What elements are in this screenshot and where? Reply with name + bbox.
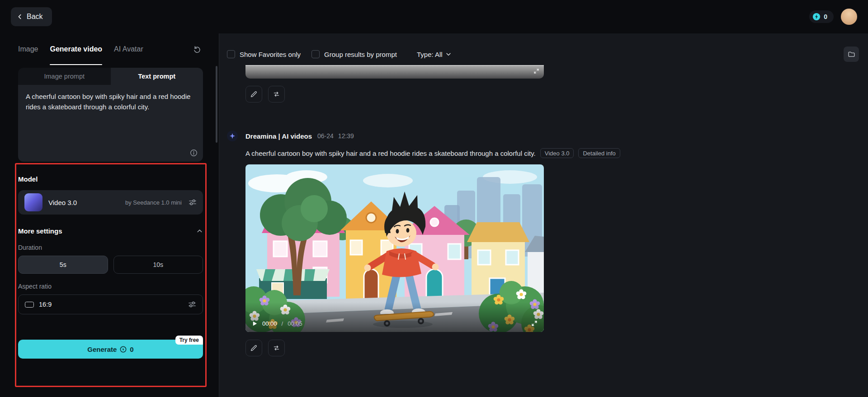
result-date: 06-24 [317, 132, 334, 140]
group-by-prompt-checkbox[interactable]: Group results by prompt [311, 50, 397, 58]
prompt-card: Image prompt Text prompt A cheerful cart… [18, 68, 203, 162]
model-section-label: Model [18, 175, 203, 183]
result-header: Dreamina | AI videos 06-24 12:39 [227, 131, 859, 141]
type-label: Type: All [417, 51, 443, 58]
fullscreen-button[interactable] [531, 320, 538, 327]
aspect-ratio-icon [25, 302, 34, 308]
chevron-up-icon [196, 228, 203, 234]
result-actions [245, 340, 859, 356]
topbar-right: 0 [809, 9, 857, 25]
sliders-icon [188, 300, 196, 308]
tab-generate-video[interactable]: Generate video [50, 33, 102, 65]
credits-pill[interactable]: 0 [809, 10, 834, 23]
back-label: Back [27, 13, 43, 21]
generate-credits: 0 [130, 346, 133, 353]
result-author: Dreamina | AI videos [245, 132, 312, 140]
more-settings-label: More settings [18, 227, 62, 235]
results-panel: Show Favorites only Group results by pro… [219, 33, 868, 397]
edit-prompt-button[interactable] [245, 340, 262, 356]
tab-ai-avatar[interactable]: AI Avatar [114, 33, 143, 65]
content: Image Generate video AI Avatar Image pro… [0, 33, 868, 397]
sidebar: Image Generate video AI Avatar Image pro… [0, 33, 219, 397]
model-badge[interactable]: Video 3.0 [540, 148, 574, 158]
model-selector[interactable]: Video 3.0 by Seedance 1.0 mini [18, 190, 203, 215]
current-time: 00:00 [262, 320, 277, 327]
segment-image-prompt[interactable]: Image prompt [18, 68, 111, 85]
asset-folder-button[interactable] [844, 47, 859, 62]
sidebar-scrollbar[interactable] [216, 66, 217, 143]
model-provider: by Seedance 1.0 mini [125, 199, 182, 206]
regenerate-button[interactable] [268, 86, 285, 103]
type-dropdown[interactable]: Type: All [417, 51, 452, 58]
aspect-ratio-selector[interactable]: 16:9 [18, 294, 203, 314]
back-button[interactable]: Back [11, 7, 52, 26]
model-thumbnail [24, 193, 42, 211]
more-settings-toggle[interactable]: More settings [18, 227, 203, 235]
filter-bar: Show Favorites only Group results by pro… [227, 44, 859, 64]
prompt-textarea[interactable]: A cheerful cartoon boy with spiky hair a… [26, 92, 195, 112]
fullscreen-icon[interactable] [533, 68, 539, 74]
results-feed: Dreamina | AI videos 06-24 12:39 A cheer… [245, 65, 859, 356]
credit-coin-icon [812, 13, 821, 21]
reset-history-icon[interactable] [191, 43, 203, 55]
video-controls: 00:00 / 00:05 [245, 315, 544, 332]
result-prompt-line: A cheerful cartoon boy with spiky hair a… [245, 148, 859, 158]
checkbox-icon [311, 50, 320, 58]
previous-video-actions [245, 86, 859, 103]
app-root: Back 0 Image Generate video AI Avatar [0, 0, 868, 397]
try-free-badge: Try free [175, 336, 203, 345]
sliders-icon [189, 198, 197, 206]
regenerate-button[interactable] [268, 340, 285, 356]
detailed-info-badge[interactable]: Detailed info [578, 148, 620, 158]
sidebar-tabs: Image Generate video AI Avatar [18, 33, 203, 65]
group-label: Group results by prompt [324, 51, 397, 58]
credits-count: 0 [824, 13, 827, 20]
duration-10s-button[interactable]: 10s [113, 256, 203, 274]
checkbox-icon [227, 50, 235, 58]
aspect-ratio-label: Aspect ratio [18, 283, 203, 290]
result-prompt: A cheerful cartoon boy with spiky hair a… [245, 149, 536, 157]
edit-prompt-button[interactable] [245, 86, 262, 103]
previous-video-cropped[interactable] [245, 65, 544, 79]
play-button[interactable] [252, 321, 258, 327]
time-separator: / [282, 320, 283, 327]
prompt-body: A cheerful cartoon boy with spiky hair a… [18, 85, 203, 162]
video-player[interactable]: 00:00 / 00:05 [245, 164, 544, 332]
favorites-label: Show Favorites only [240, 51, 301, 58]
generate-label: Generate [87, 346, 117, 353]
chevron-down-icon [445, 51, 452, 57]
segment-text-prompt[interactable]: Text prompt [111, 68, 203, 85]
aspect-ratio-value: 16:9 [39, 301, 52, 308]
info-icon[interactable] [190, 149, 198, 157]
duration-options: 5s 10s [18, 256, 203, 274]
duration-5s-button[interactable]: 5s [18, 256, 108, 274]
model-name: Video 3.0 [48, 199, 77, 206]
prompt-mode-switch: Image prompt Text prompt [18, 68, 203, 85]
user-avatar[interactable] [841, 9, 857, 25]
chevron-left-icon [17, 14, 23, 20]
favorites-checkbox[interactable]: Show Favorites only [227, 50, 301, 58]
topbar: Back 0 [0, 0, 868, 33]
result-time: 12:39 [338, 132, 354, 140]
credit-coin-icon [120, 346, 127, 353]
duration-label: Duration [18, 244, 203, 251]
video-duration: 00:05 [288, 320, 302, 327]
generate-button[interactable]: Generate 0 Try free [18, 340, 203, 359]
dreamina-logo-icon [227, 131, 238, 141]
tab-image[interactable]: Image [18, 33, 38, 65]
